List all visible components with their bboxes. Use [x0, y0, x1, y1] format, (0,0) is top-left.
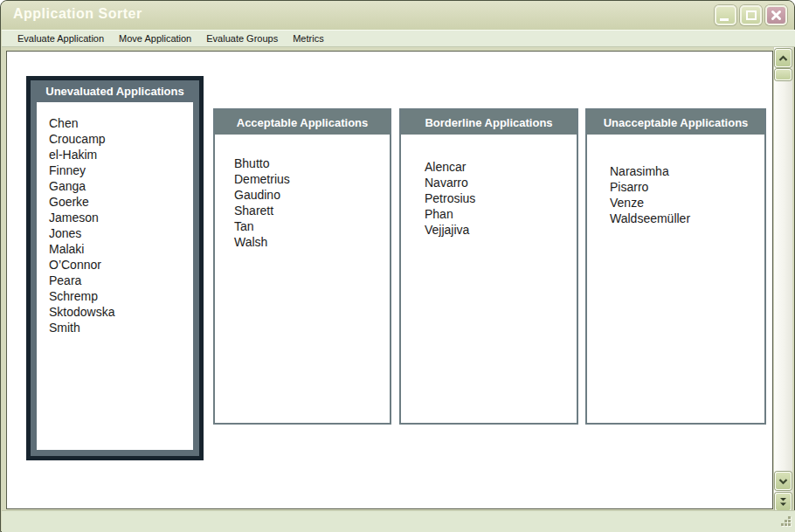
maximize-icon	[746, 10, 757, 20]
maximize-button[interactable]	[740, 5, 762, 25]
applicant-navarro[interactable]: Navarro	[425, 175, 577, 190]
panel-borderline: Borderline Applications AlencarNavarroPe…	[399, 108, 578, 425]
applicant-jones[interactable]: Jones	[49, 225, 193, 241]
applicant-sharett[interactable]: Sharett	[234, 203, 390, 218]
applicant-vejjajiva[interactable]: Vejjajiva	[425, 222, 577, 238]
app-window: Application Sorter Evaluate ApplicationM…	[0, 0, 795, 532]
menu-item-evaluate-application[interactable]: Evaluate Application	[17, 33, 104, 44]
close-button[interactable]	[765, 5, 787, 25]
panel-unevaluated-header: Unevaluated Applications	[31, 80, 199, 102]
applicant-smith[interactable]: Smith	[49, 320, 193, 335]
panel-unacceptable: Unacceptable Applications NarasimhaPisar…	[585, 108, 766, 425]
close-icon	[771, 10, 782, 21]
applicant-phan[interactable]: Phan	[425, 206, 577, 222]
panel-unacceptable-header: Unacceptable Applications	[587, 110, 764, 135]
menu-item-move-application[interactable]: Move Application	[119, 33, 191, 44]
applicant-gaudino[interactable]: Gaudino	[234, 187, 390, 203]
applicant-pisarro[interactable]: Pisarro	[610, 179, 764, 195]
menu-bar: Evaluate ApplicationMove ApplicationEval…	[2, 30, 795, 47]
status-bar	[2, 510, 795, 532]
window-controls	[715, 5, 787, 25]
panel-borderline-header: Borderline Applications	[401, 110, 577, 135]
borderline-list[interactable]: AlencarNavarroPetrosiusPhanVejjajiva	[401, 135, 577, 423]
main-content: Unevaluated Applications ChenCroucampel-…	[6, 51, 773, 509]
applicant-ganga[interactable]: Ganga	[49, 178, 193, 194]
acceptable-list[interactable]: BhuttoDemetriusGaudinoSharettTanWalsh	[215, 135, 390, 423]
applicant-el-hakim[interactable]: el-Hakim	[49, 147, 193, 162]
resize-grip-icon[interactable]	[778, 516, 792, 529]
applicant-schremp[interactable]: Schremp	[49, 288, 193, 304]
minimize-icon	[720, 18, 729, 21]
scroll-fast-down-button[interactable]	[775, 493, 792, 511]
applicant-tan[interactable]: Tan	[234, 218, 390, 234]
double-chevron-down-icon	[779, 497, 787, 507]
applicant-waldseem-ller[interactable]: Waldseemüller	[610, 211, 764, 226]
applicant-walsh[interactable]: Walsh	[234, 234, 390, 250]
panel-acceptable-header: Acceptable Applications	[215, 110, 390, 135]
scroll-down-button[interactable]	[775, 472, 792, 490]
applicant-bhutto[interactable]: Bhutto	[234, 155, 390, 171]
panel-unevaluated: Unevaluated Applications ChenCroucampel-…	[26, 76, 204, 460]
minimize-button[interactable]	[715, 5, 736, 25]
vertical-scrollbar[interactable]	[773, 47, 792, 515]
panel-acceptable: Acceptable Applications BhuttoDemetriusG…	[213, 108, 391, 425]
unevaluated-list[interactable]: ChenCroucampel-HakimFinneyGangaGoerkeJam…	[37, 102, 193, 450]
menu-item-evaluate-groups[interactable]: Evaluate Groups	[206, 33, 278, 44]
titlebar[interactable]: Application Sorter	[1, 1, 794, 30]
applicant-chen[interactable]: Chen	[49, 115, 193, 131]
chevron-down-icon	[778, 478, 788, 485]
scroll-up-button[interactable]	[775, 49, 792, 67]
applicant-peara[interactable]: Peara	[49, 273, 193, 288]
scrollbar-thumb[interactable]	[775, 69, 792, 80]
applicant-malaki[interactable]: Malaki	[49, 241, 193, 257]
applicant-jameson[interactable]: Jameson	[49, 210, 193, 225]
applicant-narasimha[interactable]: Narasimha	[610, 163, 764, 179]
applicant-croucamp[interactable]: Croucamp	[49, 131, 193, 147]
applicant-demetrius[interactable]: Demetrius	[234, 171, 390, 187]
applicant-alencar[interactable]: Alencar	[425, 159, 577, 175]
applicant-o-connor[interactable]: O’Connor	[49, 257, 193, 273]
chevron-up-icon	[778, 55, 788, 62]
window-title: Application Sorter	[13, 6, 142, 22]
applicant-finney[interactable]: Finney	[49, 162, 193, 178]
unacceptable-list[interactable]: NarasimhaPisarroVenzeWaldseemüller	[587, 135, 764, 423]
applicant-venze[interactable]: Venze	[610, 195, 764, 211]
applicant-goerke[interactable]: Goerke	[49, 194, 193, 210]
menu-item-metrics[interactable]: Metrics	[293, 33, 323, 44]
applicant-petrosius[interactable]: Petrosius	[425, 190, 577, 206]
applicant-sktodowska[interactable]: Sktodowska	[49, 304, 193, 320]
